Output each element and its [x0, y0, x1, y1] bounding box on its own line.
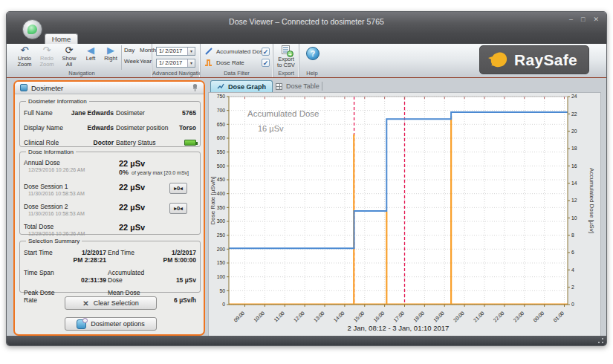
tab-separator — [322, 82, 322, 91]
app-logo-icon — [27, 25, 37, 34]
week-button[interactable]: Week — [124, 58, 139, 65]
svg-text:300: 300 — [217, 218, 226, 224]
svg-text:550: 550 — [217, 149, 226, 155]
svg-text:15:00: 15:00 — [352, 311, 365, 323]
svg-text:250: 250 — [217, 233, 226, 238]
svg-text:10:00: 10:00 — [253, 311, 265, 323]
svg-text:Accumulated Dose [µSv]: Accumulated Dose [µSv] — [588, 168, 595, 233]
svg-text:13:00: 13:00 — [313, 311, 325, 323]
pin-icon[interactable] — [192, 83, 198, 92]
svg-text:4: 4 — [571, 267, 574, 273]
undo-zoom-button[interactable]: ↶ Undo Zoom — [13, 45, 36, 68]
status-bar — [7, 336, 606, 345]
svg-text:150: 150 — [217, 260, 226, 265]
svg-text:200: 200 — [217, 247, 226, 252]
pan-left-button[interactable]: ◀ Left — [81, 45, 100, 62]
dose-chart-svg[interactable]: 0501001502002503003504004505005506006507… — [209, 93, 600, 336]
ribbon-group-advanced-navigation: 1/ 2/2017 ▾ 1/ 2/2017 ▾ Advanced Navigat… — [152, 44, 201, 77]
full-name-value: Jane Edwards — [68, 109, 114, 117]
svg-text:400: 400 — [217, 191, 226, 196]
position-value: Torso — [178, 124, 196, 131]
annual-dose-date: 12/29/2016 10:26:26 AM — [28, 167, 119, 172]
selection-summary-group: Selection Summary Start Time 1/2/2017 PM… — [19, 238, 201, 293]
ribbon-group-export: ➜ Export to CSV Export — [273, 44, 299, 77]
accumulated-dose-checkbox[interactable]: ✓ — [262, 48, 270, 56]
clinical-role-label: Clinical Role — [24, 139, 65, 146]
svg-text:11:00: 11:00 — [273, 311, 285, 323]
svg-text:0: 0 — [222, 302, 225, 307]
help-button[interactable]: ? — [306, 47, 320, 60]
dose-session2-label: Dose Session 2 — [24, 203, 119, 210]
app-menu-orb[interactable] — [22, 19, 42, 39]
end-time-label: End Time — [108, 249, 149, 256]
dose-rate-checkbox[interactable]: ✓ — [262, 59, 270, 67]
date-to-combobox[interactable]: 1/ 2/2017 ▾ — [156, 59, 195, 68]
reset-session2-button[interactable]: ▸0◂ — [169, 203, 187, 214]
resize-grip-icon[interactable] — [597, 337, 604, 344]
svg-text:19:00: 19:00 — [432, 311, 445, 323]
svg-text:700: 700 — [217, 108, 226, 113]
clear-selection-button[interactable]: ✕ Clear Selection — [65, 296, 157, 310]
dosimeter-value: 5765 — [178, 109, 196, 117]
pan-right-button[interactable]: ▶ Right — [101, 45, 120, 62]
close-button[interactable]: ✕ — [593, 16, 599, 23]
ribbon-tabstrip — [7, 33, 606, 44]
group-label-navigation: Navigation — [12, 70, 152, 77]
year-button[interactable]: Year — [140, 58, 152, 65]
combo-arrow-icon[interactable]: ▾ — [187, 48, 195, 55]
window-title: Dose Viewer – Connected to dosimeter 576… — [7, 17, 606, 26]
svg-text:100: 100 — [217, 274, 226, 279]
start-time-value: 1/2/2017 PM 2:28:21 — [60, 249, 106, 264]
dose-rate-filter-label: Dose Rate — [216, 59, 244, 66]
title-bar: Dose Viewer – Connected to dosimeter 576… — [7, 12, 606, 33]
chart-region: 0501001502002503003504004505005506006507… — [208, 92, 601, 337]
svg-text:18:00: 18:00 — [412, 311, 425, 323]
svg-text:Accumulated Dose: Accumulated Dose — [247, 109, 320, 118]
svg-text:0: 0 — [571, 302, 574, 307]
dosimeter-panel: Dosimeter Dosimeter Information Full Nam… — [13, 80, 205, 336]
display-name-value: Edwards — [68, 124, 114, 131]
show-all-button[interactable]: ⟳ Show All — [58, 45, 80, 68]
dosimeter-options-button[interactable]: Dosimeter options — [65, 317, 157, 331]
accumulated-dose-label: Accumulated Dose — [108, 269, 149, 284]
maximize-button[interactable]: □ — [581, 16, 585, 23]
dose-information-group: Dose Information Annual Dose 12/29/2016 … — [19, 149, 201, 235]
dose-session1-date: 11/30/2016 10:58:53 AM — [28, 191, 119, 196]
ribbon: ↶ Undo Zoom ↷ Redo Zoom ⟳ Show All ◀ Lef… — [7, 44, 606, 78]
tab-dose-table[interactable]: Dose Table — [270, 80, 325, 92]
time-span-label: Time Span — [24, 269, 59, 276]
svg-text:00:00: 00:00 — [532, 311, 545, 323]
dosimeter-options-icon — [77, 319, 86, 329]
app-window: Dose Viewer – Connected to dosimeter 576… — [6, 11, 607, 346]
ribbon-group-help: ? Help — [299, 44, 325, 77]
export-to-csv-button[interactable]: ➜ Export to CSV — [273, 44, 299, 71]
svg-text:23:00: 23:00 — [512, 311, 525, 323]
svg-text:500: 500 — [217, 163, 226, 169]
svg-text:12: 12 — [571, 198, 577, 203]
accumulated-dose-filter-label: Accumulated Dose — [216, 48, 266, 55]
dose-session2-date: 11/30/2016 10:58:53 AM — [28, 211, 119, 216]
svg-text:14:00: 14:00 — [333, 311, 346, 323]
end-time-value: 1/2/2017 PM 5:00:00 — [151, 249, 196, 264]
accumulated-dose-value: 15 µSv — [151, 276, 196, 284]
clinical-role-value: Doctor — [68, 139, 114, 146]
day-button[interactable]: Day — [124, 47, 134, 53]
reset-session1-button[interactable]: ▸0◂ — [169, 183, 187, 194]
svg-text:450: 450 — [217, 177, 226, 182]
date-from-combobox[interactable]: 1/ 2/2017 ▾ — [156, 47, 195, 56]
tab-dose-graph[interactable]: Dose Graph — [210, 80, 273, 92]
dose-rate-icon — [204, 58, 213, 67]
tab-home[interactable]: Home — [45, 33, 78, 44]
combo-arrow-icon[interactable]: ▾ — [187, 59, 195, 67]
svg-text:18: 18 — [571, 146, 577, 151]
panel-title: Dosimeter — [31, 84, 188, 92]
group-label-advanced-navigation: Advanced Navigation — [152, 70, 200, 77]
dosimeter-label: Dosimeter — [116, 109, 175, 117]
dosimeter-information-group: Dosimeter Information Full Name Jane Edw… — [19, 98, 201, 147]
svg-text:21:00: 21:00 — [473, 311, 485, 323]
svg-text:8: 8 — [571, 233, 574, 238]
svg-text:2: 2 — [571, 285, 574, 290]
redo-zoom-button[interactable]: ↷ Redo Zoom — [36, 45, 57, 68]
minimize-button[interactable]: – — [569, 16, 573, 23]
dosimeter-icon — [20, 84, 27, 91]
